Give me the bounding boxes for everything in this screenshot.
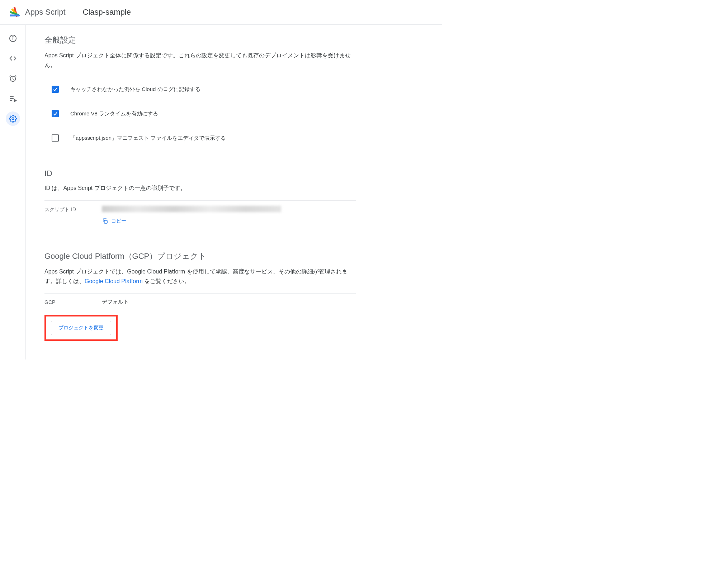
gcp-desc: Apps Script プロジェクトでは、Google Cloud Platfo…	[44, 267, 356, 286]
id-title: ID	[44, 169, 356, 178]
id-section: ID ID は、Apps Script プロジェクトの一意の識別子です。 スクリ…	[44, 169, 356, 232]
gear-icon	[9, 115, 17, 123]
info-circle-icon	[9, 34, 17, 42]
checkbox-ripple	[48, 131, 62, 145]
product-name: Apps Script	[25, 8, 66, 17]
executions-list-icon	[9, 95, 17, 103]
checkbox-log-exceptions[interactable]	[52, 86, 59, 93]
svg-point-4	[18, 14, 20, 16]
apps-script-logo-icon	[9, 6, 22, 19]
check-icon	[52, 111, 58, 116]
gcp-row: GCP デフォルト	[44, 293, 356, 310]
gcp-row-value: デフォルト	[102, 299, 356, 305]
gcp-desc-post: をご覧ください。	[143, 278, 190, 284]
code-icon	[9, 54, 17, 62]
checkbox-row-v8: Chrome V8 ランタイムを有効にする	[44, 101, 356, 126]
copy-script-id-button[interactable]: コピー	[102, 218, 126, 224]
alarm-clock-icon	[9, 75, 17, 82]
svg-point-7	[13, 37, 13, 37]
script-id-row: スクリプト ID コピー	[44, 200, 356, 230]
svg-point-1	[11, 9, 13, 10]
script-id-value-redacted	[102, 206, 281, 212]
project-title[interactable]: Clasp-sample	[83, 8, 131, 17]
nav-executions[interactable]	[6, 91, 20, 106]
svg-point-3	[10, 14, 11, 16]
general-desc: Apps Script プロジェクト全体に関係する設定です。これらの設定を変更し…	[44, 51, 356, 70]
svg-marker-12	[14, 99, 16, 102]
general-title: 全般設定	[44, 35, 356, 46]
svg-point-2	[10, 11, 11, 13]
checkbox-row-log-exceptions: キャッチされなかった例外を Cloud のログに記録する	[44, 77, 356, 101]
checkbox-show-manifest[interactable]	[52, 134, 59, 142]
gcp-link[interactable]: Google Cloud Platform	[85, 278, 143, 284]
svg-point-0	[14, 7, 15, 9]
settings-content: 全般設定 Apps Script プロジェクト全体に関係する設定です。これらの設…	[26, 25, 356, 359]
script-id-label: スクリプト ID	[44, 206, 102, 213]
nav-triggers[interactable]	[6, 71, 20, 86]
id-desc: ID は、Apps Script プロジェクトの一意の識別子です。	[44, 183, 356, 193]
app-header: Apps Script Clasp-sample	[0, 0, 442, 25]
checkbox-label: 「appsscript.json」マニフェスト ファイルをエディタで表示する	[70, 135, 226, 142]
general-settings-section: 全般設定 Apps Script プロジェクト全体に関係する設定です。これらの設…	[44, 35, 356, 150]
change-project-button[interactable]: プロジェクトを変更	[51, 321, 111, 335]
script-id-value-container: コピー	[102, 206, 356, 225]
copy-icon	[102, 218, 108, 224]
copy-label: コピー	[111, 218, 126, 224]
left-nav	[0, 25, 26, 359]
nav-settings[interactable]	[6, 111, 20, 126]
checkbox-ripple	[48, 82, 62, 96]
logo-container: Apps Script	[9, 6, 66, 19]
gcp-row-label: GCP	[44, 299, 102, 305]
divider	[44, 312, 356, 312]
svg-point-13	[12, 118, 14, 120]
gcp-title: Google Cloud Platform（GCP）プロジェクト	[44, 251, 356, 262]
checkbox-label: Chrome V8 ランタイムを有効にする	[70, 110, 158, 117]
svg-rect-14	[104, 220, 107, 223]
checkbox-row-manifest: 「appsscript.json」マニフェスト ファイルをエディタで表示する	[44, 126, 356, 150]
nav-editor[interactable]	[6, 51, 20, 66]
checkbox-v8-runtime[interactable]	[52, 110, 59, 117]
divider	[44, 232, 356, 232]
checkbox-label: キャッチされなかった例外を Cloud のログに記録する	[70, 86, 200, 93]
nav-overview[interactable]	[6, 31, 20, 46]
annotation-highlight: プロジェクトを変更	[44, 315, 118, 341]
check-icon	[52, 86, 58, 92]
checkbox-ripple	[48, 106, 62, 121]
gcp-section: Google Cloud Platform（GCP）プロジェクト Apps Sc…	[44, 251, 356, 341]
